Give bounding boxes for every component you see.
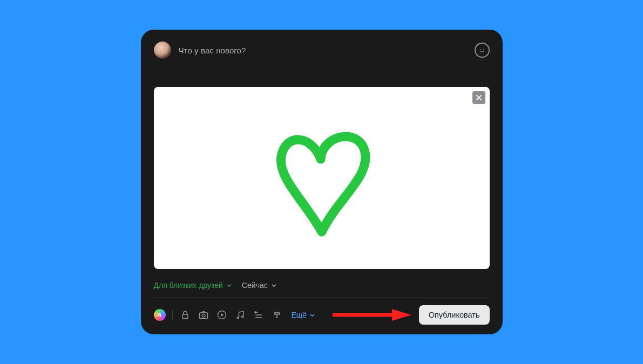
svg-point-8 (275, 312, 278, 315)
remove-attachment-button[interactable] (472, 91, 485, 104)
svg-point-6 (237, 317, 239, 318)
chevron-down-icon (271, 283, 277, 289)
svg-point-7 (241, 316, 243, 318)
schedule-label: Сейчас (242, 281, 268, 290)
theme-badge[interactable]: A (154, 309, 166, 321)
audience-label: Для близких друзей (154, 281, 223, 290)
video-icon[interactable] (216, 309, 228, 321)
composer-header (154, 42, 490, 59)
article-icon[interactable] (253, 309, 265, 321)
svg-rect-3 (199, 313, 207, 319)
publish-button[interactable]: Опубликовать (419, 305, 490, 325)
separator (172, 310, 173, 320)
theme-badge-letter: A (158, 312, 162, 318)
avatar[interactable] (154, 42, 171, 59)
post-text-input[interactable] (179, 46, 467, 55)
toolbar: A Ещё (154, 298, 490, 325)
svg-point-0 (480, 49, 481, 50)
meta-row: Для близких друзей Сейчас (154, 269, 490, 298)
more-button[interactable]: Ещё (292, 311, 316, 319)
svg-rect-2 (182, 314, 188, 319)
svg-marker-10 (392, 309, 411, 321)
live-icon[interactable] (271, 309, 283, 321)
music-icon[interactable] (234, 309, 246, 321)
camera-icon[interactable] (198, 309, 209, 321)
chevron-down-icon (309, 312, 315, 318)
emoji-icon[interactable] (475, 43, 490, 58)
heart-icon (252, 108, 392, 248)
more-label: Ещё (292, 311, 307, 319)
audience-selector[interactable]: Для близких друзей (154, 281, 232, 290)
svg-point-1 (483, 49, 483, 50)
annotation-arrow-icon (331, 308, 412, 322)
chevron-down-icon (226, 283, 232, 289)
schedule-selector[interactable]: Сейчас (242, 281, 277, 290)
svg-point-4 (202, 314, 205, 317)
image-attachment (154, 87, 490, 269)
post-composer: Для близких друзей Сейчас A (141, 30, 503, 334)
lock-icon[interactable] (179, 309, 191, 321)
